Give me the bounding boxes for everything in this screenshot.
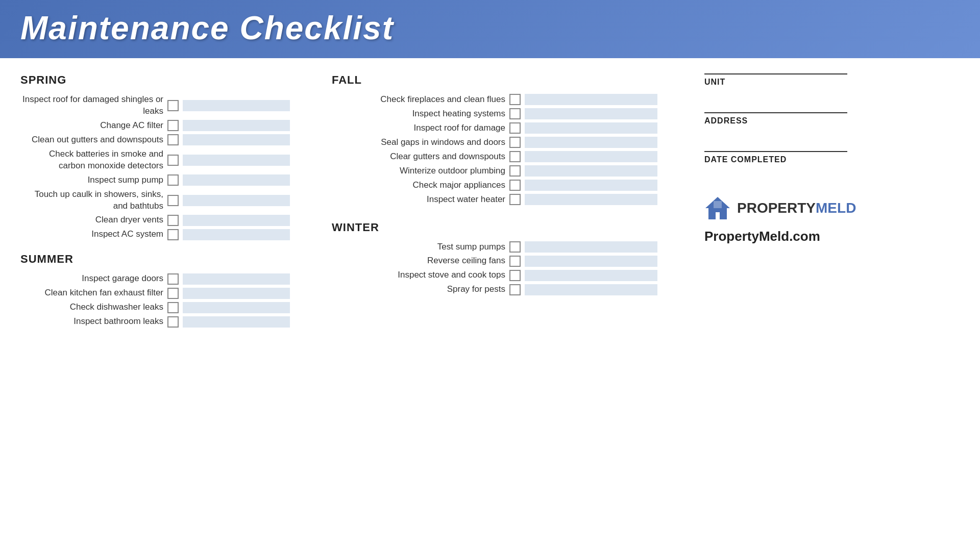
fall-check-7[interactable]	[509, 180, 521, 191]
unit-input-line[interactable]	[704, 73, 847, 74]
list-item: Clean kitchen fan exhaust filter	[20, 287, 316, 299]
spring-bar-7	[183, 215, 290, 226]
summer-check-3[interactable]	[167, 302, 179, 313]
list-item: Check major appliances	[332, 180, 674, 191]
fall-item-4: Seal gaps in windows and doors	[332, 137, 505, 148]
spring-title: SPRING	[20, 73, 316, 87]
list-item: Winterize outdoor plumbing	[332, 165, 674, 177]
list-item: Touch up caulk in showers, sinks, and ba…	[20, 189, 316, 212]
fall-check-3[interactable]	[509, 122, 521, 134]
spring-check-3[interactable]	[167, 134, 179, 145]
spring-bar-3	[183, 134, 290, 145]
summer-bar-3	[183, 302, 290, 313]
logo-area: PROPERTYMELD	[704, 195, 960, 221]
fall-item-6: Winterize outdoor plumbing	[332, 165, 505, 177]
fall-bar-8	[525, 194, 657, 205]
spring-bar-6	[183, 195, 290, 206]
fall-item-3: Inspect roof for damage	[332, 122, 505, 134]
spring-check-8[interactable]	[167, 229, 179, 240]
address-field-group: ADDRESS	[704, 112, 960, 126]
winter-title: WINTER	[332, 221, 674, 234]
fall-check-2[interactable]	[509, 108, 521, 119]
spring-item-2: Change AC filter	[20, 120, 163, 132]
list-item: Inspect roof for damaged shingles or lea…	[20, 94, 316, 117]
list-item: Inspect sump pump	[20, 174, 316, 186]
summer-check-1[interactable]	[167, 273, 179, 285]
unit-label: UNIT	[704, 78, 960, 87]
spring-check-4[interactable]	[167, 155, 179, 166]
fall-item-5: Clear gutters and downspouts	[332, 151, 505, 163]
fall-check-8[interactable]	[509, 194, 521, 205]
logo-text: PROPERTYMELD	[737, 200, 856, 216]
summer-check-4[interactable]	[167, 316, 179, 328]
winter-item-2: Reverse ceiling fans	[332, 255, 505, 267]
spring-check-5[interactable]	[167, 174, 179, 186]
date-input-line[interactable]	[704, 151, 847, 152]
list-item: Inspect heating systems	[332, 108, 674, 120]
summer-bar-1	[183, 273, 290, 285]
fall-bar-7	[525, 180, 657, 191]
unit-field-group: UNIT	[704, 73, 960, 87]
winter-item-3: Inspect stove and cook tops	[332, 269, 505, 281]
spring-bar-4	[183, 155, 290, 166]
summer-bar-4	[183, 316, 290, 328]
fall-check-4[interactable]	[509, 137, 521, 148]
fall-item-1: Check fireplaces and clean flues	[332, 94, 505, 106]
spring-item-8: Inspect AC system	[20, 229, 163, 240]
spring-item-7: Clean dryer vents	[20, 214, 163, 226]
fall-check-5[interactable]	[509, 151, 521, 162]
winter-check-1[interactable]	[509, 241, 521, 253]
address-input-line[interactable]	[704, 112, 847, 113]
propertymeld-logo-icon	[704, 195, 731, 221]
fall-item-2: Inspect heating systems	[332, 108, 505, 120]
spring-check-1[interactable]	[167, 100, 179, 111]
fall-bar-1	[525, 94, 657, 105]
fall-item-8: Inspect water heater	[332, 194, 505, 206]
fall-check-6[interactable]	[509, 165, 521, 177]
list-item: Inspect water heater	[332, 194, 674, 206]
spring-item-5: Inspect sump pump	[20, 174, 163, 186]
winter-bar-1	[525, 241, 657, 253]
summer-item-4: Inspect bathroom leaks	[20, 316, 163, 328]
spring-check-6[interactable]	[167, 195, 179, 206]
website-label: PropertyMeld.com	[704, 229, 960, 244]
summer-title: SUMMER	[20, 253, 316, 266]
list-item: Clear gutters and downspouts	[332, 151, 674, 163]
list-item: Test sump pumps	[332, 241, 674, 253]
winter-check-2[interactable]	[509, 256, 521, 267]
spring-bar-2	[183, 120, 290, 131]
right-column: UNIT ADDRESS DATE COMPLETED PROPERTYMELD…	[674, 73, 960, 330]
fall-bar-4	[525, 137, 657, 148]
fall-item-7: Check major appliances	[332, 180, 505, 191]
summer-item-2: Clean kitchen fan exhaust filter	[20, 287, 163, 299]
list-item: Change AC filter	[20, 120, 316, 132]
list-item: Inspect roof for damage	[332, 122, 674, 134]
list-item: Inspect bathroom leaks	[20, 316, 316, 328]
summer-item-3: Check dishwasher leaks	[20, 302, 163, 313]
fall-title: FALL	[332, 73, 674, 87]
spring-item-3: Clean out gutters and downspouts	[20, 134, 163, 146]
svg-rect-1	[714, 201, 722, 208]
fall-bar-3	[525, 122, 657, 134]
winter-check-4[interactable]	[509, 284, 521, 295]
summer-check-2[interactable]	[167, 288, 179, 299]
list-item: Clean out gutters and downspouts	[20, 134, 316, 146]
list-item: Inspect garage doors	[20, 273, 316, 285]
page-title: Maintenance Checklist	[20, 9, 960, 47]
list-item: Inspect AC system	[20, 229, 316, 240]
winter-check-3[interactable]	[509, 270, 521, 281]
fall-bar-2	[525, 108, 657, 119]
address-label: ADDRESS	[704, 116, 960, 126]
date-label: DATE COMPLETED	[704, 155, 960, 164]
spring-check-7[interactable]	[167, 215, 179, 226]
winter-bar-2	[525, 256, 657, 267]
middle-column: FALL Check fireplaces and clean flues In…	[316, 73, 674, 330]
list-item: Check dishwasher leaks	[20, 302, 316, 313]
list-item: Clean dryer vents	[20, 214, 316, 226]
spring-check-2[interactable]	[167, 120, 179, 131]
list-item: Check batteries in smoke and carbon mono…	[20, 148, 316, 172]
list-item: Spray for pests	[332, 284, 674, 295]
fall-bar-5	[525, 151, 657, 162]
fall-check-1[interactable]	[509, 94, 521, 105]
spring-bar-1	[183, 100, 290, 111]
